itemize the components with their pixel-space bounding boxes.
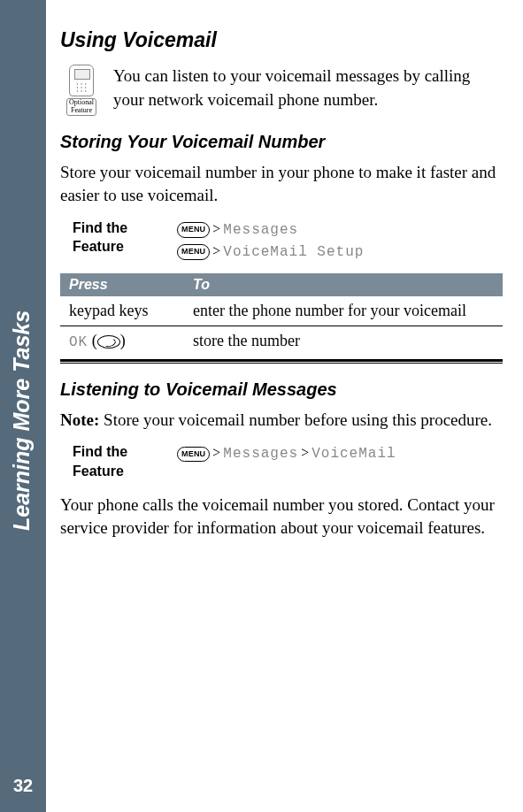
note-label: Note: <box>60 410 99 429</box>
find-feature-path-1: MENU>Messages MENU>VoiceMail Setup <box>177 218 364 263</box>
col-header-to: To <box>184 273 503 296</box>
ok-softkey-text: OK <box>69 334 88 350</box>
menu-button-icon: MENU <box>177 244 210 260</box>
heading-using-voicemail: Using Voicemail <box>60 28 503 52</box>
intro-row: Optional Feature You can listen to your … <box>60 65 503 116</box>
table-row: keypad keys enter the phone number for y… <box>60 296 503 326</box>
cell-to-2: store the number <box>184 326 503 356</box>
cell-press-2: OK () <box>60 326 184 356</box>
page-number: 32 <box>0 776 46 796</box>
optional-label-line1: Optional <box>69 98 94 106</box>
optional-label-line2: Feature <box>71 106 92 114</box>
paren-close: ) <box>120 332 126 349</box>
press-to-table: Press To keypad keys enter the phone num… <box>60 273 503 356</box>
path-voicemail: VoiceMail <box>311 446 396 462</box>
col-header-press: Press <box>60 273 184 296</box>
chevron-right-icon: > <box>212 221 220 236</box>
page-content: Using Voicemail Optional Feature You can… <box>60 28 503 549</box>
optional-feature-label: Optional Feature <box>66 98 96 116</box>
chevron-right-icon: > <box>212 243 220 258</box>
cell-to-1: enter the phone number for your voicemai… <box>184 296 503 326</box>
table-row: OK () store the number <box>60 326 503 356</box>
heading-storing-number: Storing Your Voicemail Number <box>60 132 503 152</box>
table-header-row: Press To <box>60 273 503 296</box>
find-feature-label: Find the Feature <box>73 442 161 480</box>
find-feature-block-2: Find the Feature MENU>Messages>VoiceMail <box>73 442 503 480</box>
find-feature-block-1: Find the Feature MENU>Messages MENU>Voic… <box>73 218 503 263</box>
softkey-icon <box>97 335 120 349</box>
find-feature-label: Find the Feature <box>73 218 161 263</box>
chevron-right-icon: > <box>301 445 309 460</box>
paren-open: ( <box>92 332 97 349</box>
heading-listening: Listening to Voicemail Messages <box>60 379 503 400</box>
menu-button-icon: MENU <box>177 447 210 463</box>
find-feature-path-2: MENU>Messages>VoiceMail <box>177 442 396 480</box>
table-end-rule <box>60 359 503 364</box>
closing-paragraph: Your phone calls the voicemail number yo… <box>60 494 503 540</box>
note-text: Store your voicemail number before using… <box>99 410 492 429</box>
cell-press-1: keypad keys <box>60 296 184 326</box>
sidebar-title: Learning More Tasks <box>9 310 35 531</box>
sidebar: Learning More Tasks 32 <box>0 0 46 812</box>
intro-paragraph: You can listen to your voicemail message… <box>113 65 503 111</box>
path-messages: Messages <box>223 446 298 462</box>
phone-icon <box>69 65 94 96</box>
path-messages: Messages <box>223 222 298 238</box>
chevron-right-icon: > <box>212 445 220 460</box>
path-voicemail-setup: VoiceMail Setup <box>223 244 364 260</box>
store-paragraph: Store your voicemail number in your phon… <box>60 161 503 208</box>
optional-feature-icon: Optional Feature <box>60 65 103 116</box>
menu-button-icon: MENU <box>177 222 210 238</box>
note-paragraph: Note: Store your voicemail number before… <box>60 409 503 433</box>
